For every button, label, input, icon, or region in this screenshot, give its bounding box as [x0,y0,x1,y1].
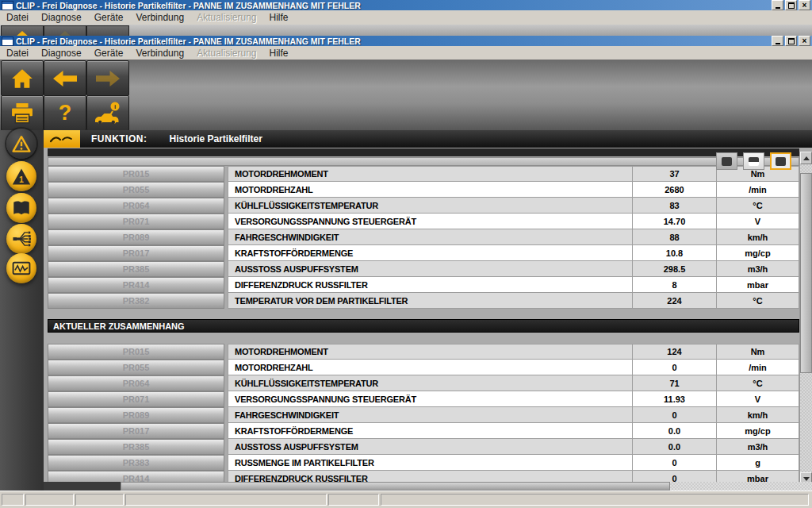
scroll-up-button[interactable] [800,152,812,164]
table-row[interactable]: PR064KÜHLFLÜSSIGKEITSTEMPERATUR83°C [48,198,799,214]
param-value: 11.93 [632,391,716,406]
param-unit: km/h [716,407,799,422]
menu-item-diagnose[interactable]: Diagnose [35,48,88,59]
table-row[interactable]: PR017KRAFTSTOFFÖRDERMENGE10.8mg/cp [48,245,799,261]
restore-button[interactable] [785,0,797,10]
view-mode-switcher [716,152,797,170]
svg-text:1: 1 [19,175,24,184]
param-value: 2680 [632,182,716,197]
table-row[interactable]: PR385AUSSTOSS AUSPUFFSYSTEM0.0m3/h [48,439,799,455]
table-row[interactable]: PR017KRAFTSTOFFÖRDERMENGE0.0mg/cp [48,423,799,439]
scrollbar-thumb[interactable] [800,173,812,373]
clip-bird-logo-icon [48,133,75,144]
status-panel [25,494,74,506]
back-button[interactable] [44,60,86,96]
close-icon: × [802,2,807,9]
table-row[interactable]: PR383RUSSMENGE IM PARTIKELFILTER0g [48,455,799,471]
fault-count-button[interactable]: 1 [6,161,36,191]
close-button[interactable]: × [799,0,810,10]
param-row-body: MOTORDREHZAHL2680/min [228,182,799,198]
param-code: PR055 [48,182,224,198]
table-row[interactable]: PR089FAHRGESCHWINDIGKEIT0km/h [48,407,799,423]
menu-item-geräte[interactable]: Geräte [88,12,130,23]
fault-warning-button[interactable] [6,129,36,159]
menu-item-datei[interactable]: Datei [0,48,35,59]
param-name: MOTORDREHZAHL [228,360,632,375]
table-row[interactable]: PR015MOTORDREHMOMENT37Nm [48,166,799,182]
forward-button-cutoff[interactable] [86,25,129,36]
table-row[interactable]: PR385AUSSTOSS AUSPUFFSYSTEM298.5m3/h [48,261,799,277]
back-button-cutoff[interactable] [44,25,86,36]
restore-button[interactable] [785,36,797,46]
table-row[interactable]: PR055MOTORDREHZAHL2680/min [48,182,799,198]
param-row-body: MOTORDREHMOMENT37Nm [228,166,799,182]
minimize-button[interactable] [772,36,783,46]
param-name: KRAFTSTOFFÖRDERMENGE [228,423,632,438]
grid-view-button[interactable] [770,152,791,170]
help-button[interactable]: ? [44,95,86,131]
back-arrow-icon [53,71,77,87]
table-row[interactable]: PR071VERSORGUNGSSPANNUNG STEUERGERÄT11.9… [48,391,799,407]
oscilloscope-button[interactable] [6,253,36,283]
menu-item-hilfe[interactable]: Hilfe [263,12,295,23]
forward-button[interactable] [86,60,129,96]
minimize-button[interactable] [772,0,783,10]
param-value: 0.0 [632,423,716,438]
param-unit: m3/h [716,439,799,454]
table-row[interactable]: PR015MOTORDREHMOMENT124Nm [48,344,799,360]
home-button[interactable] [1,60,44,96]
table-row[interactable]: PR382TEMPERATUR VOR DEM PARTIKELFILTER22… [48,293,799,309]
menu-item-datei[interactable]: Datei [0,12,35,23]
table-row[interactable]: PR071VERSORGUNGSSPANNUNG STEUERGERÄT14.7… [48,214,799,229]
table-row[interactable]: PR089FAHRGESCHWINDIGKEIT88km/h [48,229,799,245]
status-panel [125,494,327,506]
param-row-body: KRAFTSTOFFÖRDERMENGE0.0mg/cp [228,423,799,439]
fault-count-icon: 1 [11,167,32,186]
param-name: RUSSMENGE IM PARTIKELFILTER [228,455,632,470]
param-code: PR017 [48,423,224,439]
table-section-history: PR015MOTORDREHMOMENT37NmPR055MOTORDREHZA… [48,166,799,309]
param-value: 224 [632,293,716,308]
param-row-body: TEMPERATUR VOR DEM PARTIKELFILTER224°C [228,293,799,309]
horizontal-scrollbar[interactable] [44,482,812,491]
param-name: KRAFTSTOFFÖRDERMENGE [228,245,632,260]
home-button-cutoff[interactable] [1,25,44,36]
param-unit: mg/cp [716,423,799,438]
param-name: DIFFERENZDRUCK RUSSFILTER [228,277,632,292]
menu-item-verbindung[interactable]: Verbindung [129,48,190,59]
param-row-body: VERSORGUNGSSPANNUNG STEUERGERÄT11.93V [228,391,799,407]
close-button[interactable]: × [799,36,810,46]
hscroll-corner [44,482,121,491]
single-view-button[interactable] [716,152,737,170]
wiring-button[interactable] [6,224,36,254]
table-row[interactable]: PR055MOTORDREHZAHL0/min [48,360,799,375]
param-code: PR089 [48,229,224,245]
section-header: AKTUELLER ZUSAMMENHANG [48,319,799,333]
param-value: 124 [632,344,716,359]
menu-item-geräte[interactable]: Geräte [88,48,130,59]
inner-titlebar: CLIP - Frei Diagnose - Historie Partikel… [0,36,812,46]
outer-menubar: DateiDiagnoseGeräteVerbindungAktualisier… [0,10,812,25]
documentation-button[interactable] [6,193,36,223]
table-row[interactable]: PR414DIFFERENZDRUCK RUSSFILTER8mbar [48,277,799,293]
vehicle-info-button[interactable]: i [86,95,129,131]
table-row[interactable]: PR064KÜHLFLÜSSIGKEITSTEMPERATUR71°C [48,375,799,391]
param-name: KÜHLFLÜSSIGKEITSTEMPERATUR [228,375,632,391]
print-button[interactable] [1,95,44,131]
param-value: 88 [632,229,716,244]
menu-item-hilfe[interactable]: Hilfe [263,48,295,59]
param-name: AUSSTOSS AUSPUFFSYSTEM [228,261,632,276]
param-code: PR071 [48,214,224,229]
menu-item-diagnose[interactable]: Diagnose [35,12,88,23]
menu-item-verbindung[interactable]: Verbindung [129,12,190,23]
param-row-body: KÜHLFLÜSSIGKEITSTEMPERATUR83°C [228,198,799,214]
param-name: FAHRGESCHWINDIGKEIT [228,407,632,422]
param-unit: /min [716,360,799,375]
param-row-body: AUSSTOSS AUSPUFFSYSTEM0.0m3/h [228,439,799,455]
hscrollbar-thumb[interactable] [121,482,670,491]
param-row-body: KRAFTSTOFFÖRDERMENGE10.8mg/cp [228,245,799,261]
forward-arrow-icon [96,71,120,87]
split-view-button[interactable] [743,152,764,170]
vertical-scrollbar[interactable] [799,152,812,486]
param-value: 298.5 [632,261,716,276]
